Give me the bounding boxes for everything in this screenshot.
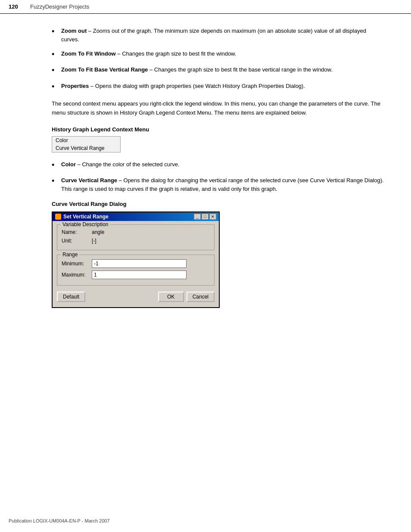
- bullet-dot: •: [52, 176, 59, 186]
- header-bar: 120 FuzzyDesigner Projects: [0, 0, 411, 14]
- context-menu-item-color[interactable]: Color: [52, 137, 120, 144]
- bullet-text: Zoom out – Zooms out of the graph. The m…: [61, 27, 385, 44]
- bullet-description: Change the color of the selected curve.: [82, 161, 179, 168]
- maximum-row: Maximum:: [62, 271, 210, 279]
- minimum-label: Minimum:: [62, 261, 92, 267]
- bullet-separator: –: [88, 28, 93, 34]
- bullet-separator: –: [119, 177, 124, 184]
- bullet-separator: –: [117, 50, 122, 57]
- minimize-button[interactable]: _: [194, 214, 201, 220]
- footer-text: Publication LOGIX-UM004A-EN-P - March 20…: [9, 518, 110, 523]
- name-value: angle: [92, 229, 104, 235]
- default-button[interactable]: Default: [57, 292, 85, 302]
- bullet-section-top: • Zoom out – Zooms out of the graph. The…: [52, 27, 385, 92]
- page-number: 120: [9, 3, 22, 10]
- context-menu-mockup: Color Curve Vertical Range: [52, 136, 121, 152]
- range-group: Range Minimum: Maximum:: [57, 255, 215, 286]
- dialog-icon: [55, 214, 61, 220]
- variable-description-group: Variable Description Name: angle Unit: […: [57, 224, 215, 250]
- section-heading-dialog: Curve Vertical Range Dialog: [52, 201, 385, 207]
- list-item: • Properties – Opens the dialog with gra…: [52, 82, 385, 92]
- unit-value: [-]: [92, 238, 97, 244]
- bullet-label: Properties: [61, 83, 89, 89]
- content-area: • Zoom out – Zooms out of the graph. The…: [0, 14, 411, 330]
- ok-button[interactable]: OK: [158, 292, 184, 302]
- list-item: • Zoom out – Zooms out of the graph. The…: [52, 27, 385, 44]
- close-button[interactable]: ✕: [209, 214, 216, 220]
- bullet-description: Zooms out of the graph. The minimum size…: [61, 28, 366, 43]
- bullet-label: Zoom To Fit Window: [61, 50, 116, 57]
- footer: Publication LOGIX-UM004A-EN-P - March 20…: [9, 518, 110, 523]
- minimum-input[interactable]: [92, 259, 187, 268]
- bullet-text: Color – Change the color of the selected…: [61, 160, 180, 169]
- bullet-description: Opens the dialog with graph properties (…: [95, 83, 305, 89]
- bullet-dot: •: [52, 65, 59, 75]
- unit-label: Unit:: [62, 238, 92, 244]
- intro-paragraph: The second context menu appears you righ…: [52, 100, 385, 118]
- maximum-input[interactable]: [92, 271, 187, 279]
- bullet-text: Zoom To Fit Window – Changes the graph s…: [61, 50, 236, 58]
- variable-description-legend: Variable Description: [61, 221, 110, 227]
- bullet-text: Zoom To Fit Base Vertical Range – Change…: [61, 65, 333, 74]
- ok-cancel-group: OK Cancel: [158, 292, 215, 302]
- bullet-text: Curve Vertical Range – Opens the dialog …: [61, 176, 385, 193]
- bullet-separator: –: [149, 66, 154, 73]
- bullet-dot: •: [52, 160, 59, 170]
- bullet-dot: •: [52, 50, 59, 59]
- page-container: 120 FuzzyDesigner Projects • Zoom out – …: [0, 0, 411, 532]
- range-legend: Range: [61, 252, 79, 258]
- bullet-section-context: • Color – Change the color of the select…: [52, 160, 385, 193]
- titlebar-left: Set Vertical Range: [55, 214, 109, 220]
- header-title: FuzzyDesigner Projects: [30, 3, 89, 10]
- name-row: Name: angle: [62, 229, 210, 235]
- maximize-button[interactable]: □: [202, 214, 209, 220]
- unit-row: Unit: [-]: [62, 238, 210, 244]
- bullet-description: Changes the graph size to best fit the w…: [122, 50, 236, 57]
- list-item: • Zoom To Fit Base Vertical Range – Chan…: [52, 65, 385, 75]
- bullet-description: Changes the graph size to best fit the b…: [154, 66, 333, 73]
- bullet-separator: –: [90, 83, 95, 89]
- bullet-dot: •: [52, 82, 59, 92]
- maximum-label: Maximum:: [62, 272, 92, 278]
- list-item: • Zoom To Fit Window – Changes the graph…: [52, 50, 385, 59]
- list-item: • Curve Vertical Range – Opens the dialo…: [52, 176, 385, 193]
- context-menu-item-curve-range[interactable]: Curve Vertical Range: [52, 144, 120, 152]
- dialog-wrapper: Set Vertical Range _ □ ✕ Variable Descri…: [52, 212, 385, 308]
- cancel-button[interactable]: Cancel: [187, 292, 215, 302]
- bullet-label: Zoom out: [61, 28, 87, 34]
- bullet-label: Zoom To Fit Base Vertical Range: [61, 66, 148, 73]
- dialog-title: Set Vertical Range: [63, 214, 109, 220]
- dialog-buttons: Default OK Cancel: [57, 290, 215, 303]
- section-heading-legend-menu: History Graph Legend Context Menu: [52, 126, 385, 133]
- dialog-titlebar: Set Vertical Range _ □ ✕: [53, 212, 219, 221]
- dialog-body: Variable Description Name: angle Unit: […: [53, 221, 219, 307]
- svg-marker-0: [56, 215, 61, 219]
- minimum-row: Minimum:: [62, 259, 210, 268]
- bullet-dot: •: [52, 27, 59, 37]
- bullet-label: Color: [61, 161, 76, 168]
- dialog-window: Set Vertical Range _ □ ✕ Variable Descri…: [52, 212, 220, 308]
- list-item: • Color – Change the color of the select…: [52, 160, 385, 170]
- bullet-separator: –: [78, 161, 82, 168]
- bullet-label: Curve Vertical Range: [61, 177, 117, 184]
- titlebar-controls: _ □ ✕: [194, 214, 216, 220]
- name-label: Name:: [62, 229, 92, 235]
- bullet-text: Properties – Opens the dialog with graph…: [61, 82, 305, 90]
